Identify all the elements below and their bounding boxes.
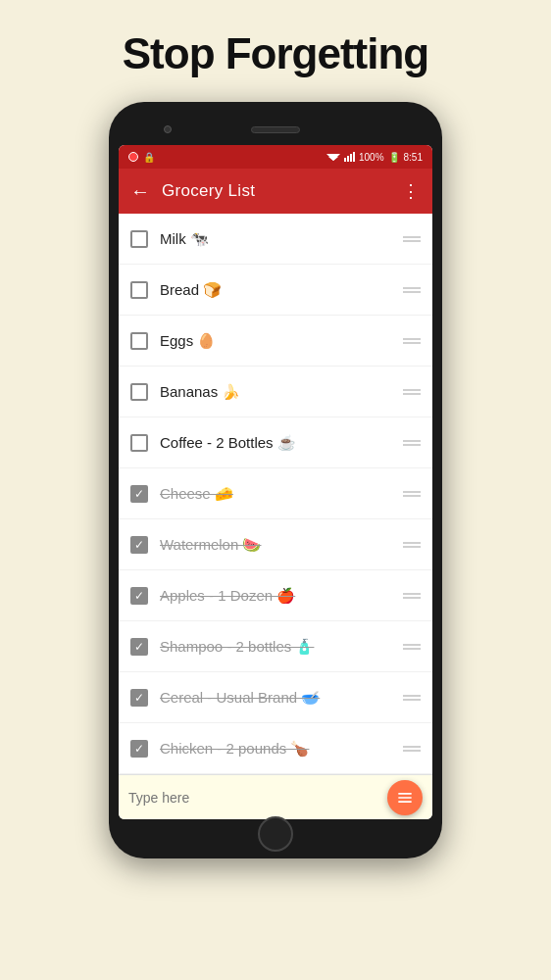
speaker-grille: [251, 126, 300, 133]
battery-icon: 🔋: [388, 152, 400, 163]
list-item: ✓Apples - 1 Dozen 🍎: [119, 570, 432, 621]
drag-handle-icon[interactable]: [403, 542, 421, 548]
lock-icon: 🔒: [143, 152, 155, 163]
time-display: 8:51: [404, 152, 423, 163]
notification-dot: [128, 152, 138, 162]
toolbar-title: Grocery List: [162, 181, 402, 201]
toolbar: ← Grocery List ⋮: [119, 169, 432, 214]
phone-bottom-bar: [119, 823, 432, 845]
list-item: ✓Chicken - 2 pounds 🍗: [119, 723, 432, 774]
drag-handle-icon[interactable]: [403, 746, 421, 752]
checkmark-icon: ✓: [134, 590, 144, 602]
checkmark-icon: ✓: [134, 641, 144, 653]
item-checkbox[interactable]: [130, 281, 148, 299]
checkmark-icon: ✓: [134, 539, 144, 551]
item-checkbox[interactable]: [130, 332, 148, 350]
phone-top-bar: [119, 116, 432, 143]
drag-handle-icon[interactable]: [403, 389, 421, 395]
item-label: Cereal - Usual Brand 🥣: [160, 689, 403, 707]
phone-screen: 🔒 100% 🔋 8:51: [119, 145, 432, 819]
drag-handle-icon[interactable]: [403, 440, 421, 446]
item-checkbox[interactable]: [130, 434, 148, 452]
home-button[interactable]: [258, 816, 293, 852]
item-label: Bread 🍞: [160, 281, 403, 299]
signal-icon: [344, 152, 355, 162]
item-label: Coffee - 2 Bottles ☕: [160, 434, 403, 452]
checkmark-icon: ✓: [134, 743, 144, 755]
back-button[interactable]: ←: [130, 180, 150, 203]
drag-handle-icon[interactable]: [403, 491, 421, 497]
item-checkbox[interactable]: [130, 230, 148, 248]
battery-percent: 100%: [359, 152, 384, 163]
wifi-icon: [326, 152, 340, 162]
checkmark-icon: ✓: [134, 692, 144, 704]
drag-handle-icon[interactable]: [403, 644, 421, 650]
item-checkbox[interactable]: ✓: [130, 638, 148, 656]
item-checkbox[interactable]: ✓: [130, 587, 148, 605]
item-checkbox[interactable]: ✓: [130, 689, 148, 707]
list-item: Bread 🍞: [119, 265, 432, 316]
camera-dot: [164, 125, 172, 133]
add-item-button[interactable]: [387, 780, 423, 815]
svg-marker-1: [328, 157, 338, 161]
list-item: Coffee - 2 Bottles ☕: [119, 417, 432, 468]
add-icon: [395, 788, 415, 808]
drag-handle-icon[interactable]: [403, 287, 421, 293]
status-right: 100% 🔋 8:51: [326, 152, 423, 163]
drag-handle-icon[interactable]: [403, 593, 421, 599]
drag-handle-icon[interactable]: [403, 338, 421, 344]
item-label: Apples - 1 Dozen 🍎: [160, 587, 403, 605]
list-item: Milk 🐄: [119, 214, 432, 265]
item-label: Watermelon 🍉: [160, 536, 403, 554]
list-item: Bananas 🍌: [119, 367, 432, 417]
list-item: Eggs 🥚: [119, 316, 432, 367]
bottom-input-bar: [119, 774, 432, 819]
item-input[interactable]: [128, 790, 387, 806]
list-item: ✓Watermelon 🍉: [119, 519, 432, 570]
drag-handle-icon[interactable]: [403, 236, 421, 242]
list-item: ✓Cheese 🧀: [119, 468, 432, 519]
list-item: ✓Shampoo - 2 bottles 🧴: [119, 621, 432, 672]
drag-handle-icon[interactable]: [403, 695, 421, 701]
status-bar: 🔒 100% 🔋 8:51: [119, 145, 432, 169]
status-left: 🔒: [128, 152, 155, 163]
page-headline: Stop Forgetting: [123, 29, 429, 78]
item-label: Chicken - 2 pounds 🍗: [160, 740, 403, 758]
phone-shell: 🔒 100% 🔋 8:51: [109, 102, 442, 858]
grocery-list: Milk 🐄Bread 🍞Eggs 🥚Bananas 🍌Coffee - 2 B…: [119, 214, 432, 774]
item-label: Bananas 🍌: [160, 383, 403, 401]
item-label: Shampoo - 2 bottles 🧴: [160, 638, 403, 656]
checkmark-icon: ✓: [134, 488, 144, 500]
item-checkbox[interactable]: ✓: [130, 536, 148, 554]
list-item: ✓Cereal - Usual Brand 🥣: [119, 672, 432, 723]
item-label: Milk 🐄: [160, 230, 403, 248]
overflow-menu-button[interactable]: ⋮: [402, 180, 421, 202]
item-label: Cheese 🧀: [160, 485, 403, 503]
item-label: Eggs 🥚: [160, 332, 403, 350]
item-checkbox[interactable]: ✓: [130, 485, 148, 503]
item-checkbox[interactable]: [130, 383, 148, 401]
item-checkbox[interactable]: ✓: [130, 740, 148, 758]
